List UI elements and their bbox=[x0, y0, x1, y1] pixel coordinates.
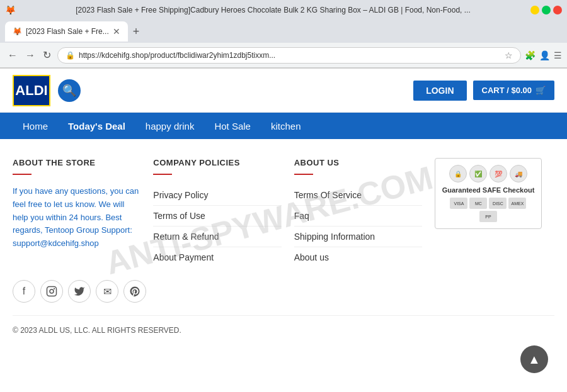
footer-columns: ABOUT THE STORE If you have any question… bbox=[13, 158, 554, 267]
cart-button[interactable]: CART / $0.00 🛒 bbox=[473, 81, 554, 100]
profile-icon[interactable]: 👤 bbox=[539, 50, 550, 60]
new-tab-button[interactable]: + bbox=[130, 23, 142, 41]
link-terms-of-service[interactable]: Terms Of Service bbox=[294, 185, 422, 206]
reload-button[interactable]: ↻ bbox=[40, 48, 54, 62]
safe-checkout-title: Guaranteed SAFE Checkout bbox=[442, 186, 535, 194]
social-icons: f ✉ bbox=[13, 267, 554, 309]
site-logo[interactable]: ALDI bbox=[13, 75, 50, 106]
nav-item-hot-sale[interactable]: Hot Sale bbox=[204, 113, 261, 139]
address-bar[interactable]: 🔒 https://kdcehifg.shop/product/fbclidiw… bbox=[57, 47, 521, 64]
about-store-text: If you have any questions, you can feel … bbox=[13, 185, 140, 250]
tab-close-button[interactable]: ✕ bbox=[113, 26, 120, 36]
about-us-underline bbox=[294, 174, 313, 175]
toolbar-icons: 🧩 👤 ☰ bbox=[525, 50, 562, 60]
about-store-underline bbox=[13, 174, 32, 175]
nav-item-todays-deal[interactable]: Today's Deal bbox=[58, 113, 135, 139]
nav-buttons: ← → ↻ bbox=[5, 48, 54, 62]
svg-point-1 bbox=[50, 289, 54, 293]
facebook-icon[interactable]: f bbox=[13, 280, 35, 303]
browser-tab-active[interactable]: 🦊 [2023 Flash Sale + Fre... ✕ bbox=[5, 21, 128, 42]
about-store-title: ABOUT THE STORE bbox=[13, 158, 140, 167]
header-right: LOGIN CART / $0.00 🛒 bbox=[413, 81, 554, 101]
login-button[interactable]: LOGIN bbox=[413, 81, 466, 101]
extensions-icon[interactable]: 🧩 bbox=[525, 50, 536, 60]
badge-icons: 🔒 ✅ 💯 🚚 bbox=[442, 165, 535, 182]
company-policies-underline bbox=[153, 174, 172, 175]
footer-about-us: ABOUT US Terms Of Service Faq Shipping I… bbox=[294, 158, 435, 267]
window-controls bbox=[530, 6, 562, 14]
amex-icon: AMEX bbox=[508, 198, 526, 209]
nav-item-happy-drink[interactable]: happy drink bbox=[135, 113, 205, 139]
pinterest-icon[interactable] bbox=[123, 280, 146, 303]
browser-chrome: 🦊 [2023 Flash Sale + Free Shipping]Cadbu… bbox=[0, 0, 567, 69]
main-nav: Home Today's Deal happy drink Hot Sale k… bbox=[0, 113, 567, 139]
twitter-icon[interactable] bbox=[68, 280, 91, 303]
link-shipping-information[interactable]: Shipping Information bbox=[294, 227, 422, 247]
nav-item-home[interactable]: Home bbox=[13, 113, 58, 139]
bookmark-icon[interactable]: ☆ bbox=[505, 50, 513, 60]
check-badge-icon: ✅ bbox=[469, 165, 487, 182]
browser-titlebar: 🦊 [2023 Flash Sale + Free Shipping]Cadbu… bbox=[0, 0, 567, 20]
footer-bottom: © 2023 ALDL US, LLC. ALL RIGHTS RESERVED… bbox=[13, 315, 554, 335]
safe-checkout-box: 🔒 ✅ 💯 🚚 Guaranteed SAFE Checkout VISA MC… bbox=[435, 158, 542, 229]
cart-icon: 🛒 bbox=[536, 86, 546, 95]
lock-badge-icon: 🔒 bbox=[449, 165, 467, 182]
address-bar-icons: ☆ bbox=[505, 50, 513, 60]
browser-tab-bar: 🦊 [2023 Flash Sale + Fre... ✕ + bbox=[0, 20, 567, 43]
maximize-button[interactable] bbox=[542, 6, 551, 14]
disc-icon: DISC bbox=[489, 198, 507, 209]
minimize-button[interactable] bbox=[530, 6, 539, 14]
site-header: ALDI 🔍 LOGIN CART / $0.00 🛒 bbox=[0, 69, 567, 113]
paypal-icon: PP bbox=[479, 211, 497, 222]
link-about-us[interactable]: About us bbox=[294, 247, 422, 267]
company-policies-title: COMPANY POLICIES bbox=[153, 158, 281, 167]
link-about-payment[interactable]: About Payment bbox=[153, 247, 281, 267]
tab-label: [2023 Flash Sale + Fre... bbox=[26, 27, 109, 36]
footer-company-policies: COMPANY POLICIES Privacy Policy Terms of… bbox=[153, 158, 294, 267]
url-text: https://kdcehifg.shop/product/fbclidiwar… bbox=[79, 51, 501, 60]
browser-title: [2023 Flash Sale + Free Shipping]Cadbury… bbox=[20, 6, 527, 14]
back-button[interactable]: ← bbox=[5, 48, 20, 62]
visa-icon: VISA bbox=[450, 198, 467, 209]
link-terms-of-use[interactable]: Terms of Use bbox=[153, 206, 281, 227]
link-return-refund[interactable]: Return & Refund bbox=[153, 227, 281, 247]
link-faq[interactable]: Faq bbox=[294, 206, 422, 227]
mc-icon: MC bbox=[469, 198, 487, 209]
security-icon: 🔒 bbox=[66, 51, 75, 60]
footer-about-store: ABOUT THE STORE If you have any question… bbox=[13, 158, 153, 267]
browser-favicon: 🦊 bbox=[5, 5, 16, 15]
browser-addressbar: ← → ↻ 🔒 https://kdcehifg.shop/product/fb… bbox=[0, 43, 567, 68]
link-privacy-policy[interactable]: Privacy Policy bbox=[153, 185, 281, 206]
footer-safe-checkout-col: 🔒 ✅ 💯 🚚 Guaranteed SAFE Checkout VISA MC… bbox=[435, 158, 554, 267]
nav-item-kitchen[interactable]: kitchen bbox=[261, 113, 311, 139]
forward-button[interactable]: → bbox=[23, 48, 38, 62]
email-icon[interactable]: ✉ bbox=[96, 280, 118, 303]
copyright-text: © 2023 ALDL US, LLC. ALL RIGHTS RESERVED… bbox=[13, 326, 181, 335]
search-circle: 🔍 bbox=[58, 79, 81, 102]
instagram-icon[interactable] bbox=[40, 280, 63, 303]
payment-icons: VISA MC DISC AMEX PP bbox=[442, 198, 535, 222]
cart-label: CART / $0.00 bbox=[482, 86, 532, 95]
footer: ABOUT THE STORE If you have any question… bbox=[0, 139, 567, 347]
about-us-title: ABOUT US bbox=[294, 158, 422, 167]
search-icon: 🔍 bbox=[62, 84, 76, 98]
svg-rect-0 bbox=[47, 287, 57, 296]
search-button[interactable]: 🔍 bbox=[58, 79, 81, 102]
svg-point-2 bbox=[54, 288, 55, 289]
tab-favicon: 🦊 bbox=[13, 27, 22, 36]
close-button[interactable] bbox=[553, 6, 562, 14]
hundred-badge-icon: 💯 bbox=[490, 165, 507, 182]
menu-icon[interactable]: ☰ bbox=[554, 50, 562, 60]
truck-badge-icon: 🚚 bbox=[510, 165, 527, 182]
